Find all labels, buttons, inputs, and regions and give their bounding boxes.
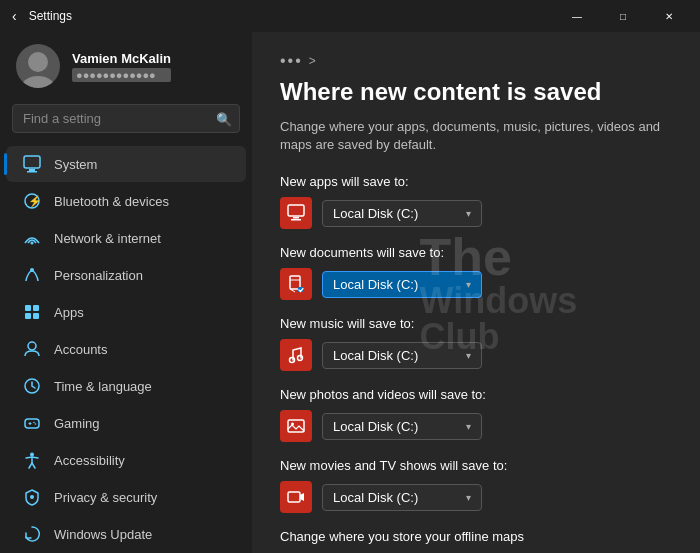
app-title: Settings xyxy=(29,9,72,23)
app-container: Vamien McKalin ●●●●●●●●●●●● 🔍 System xyxy=(0,32,700,553)
account-icon xyxy=(22,339,42,359)
svg-rect-11 xyxy=(25,313,31,319)
documents-dropdown[interactable]: Local Disk (C:) ▾ xyxy=(322,271,482,298)
movies-dropdown[interactable]: Local Disk (C:) ▾ xyxy=(322,484,482,511)
svg-rect-21 xyxy=(293,217,299,219)
sidebar-item-apps[interactable]: Apps xyxy=(6,294,246,330)
dropdown-arrow-photos: ▾ xyxy=(466,421,471,432)
svg-rect-29 xyxy=(288,492,300,502)
sidebar-item-accessibility[interactable]: Accessibility xyxy=(6,442,246,478)
dropdown-arrow-movies: ▾ xyxy=(466,492,471,503)
sidebar-label-system: System xyxy=(54,157,97,172)
gaming-icon xyxy=(22,413,42,433)
maximize-button[interactable]: □ xyxy=(600,0,646,32)
svg-rect-2 xyxy=(24,156,40,168)
content-area: The Windows Club ••• > Where new content… xyxy=(252,32,700,553)
save-row-photos: Local Disk (C:) ▾ xyxy=(280,410,672,442)
search-icon: 🔍 xyxy=(216,111,232,126)
window-controls: — □ ✕ xyxy=(554,0,692,32)
avatar xyxy=(16,44,60,88)
sidebar-item-network[interactable]: Network & internet xyxy=(6,220,246,256)
apps-dropdown-value: Local Disk (C:) xyxy=(333,206,418,221)
sidebar-label-apps: Apps xyxy=(54,305,84,320)
save-label-photos: New photos and videos will save to: xyxy=(280,387,672,402)
accessibility-icon xyxy=(22,450,42,470)
nav-list: System ⚡ Bluetooth & devices xyxy=(0,145,252,553)
photos-dropdown[interactable]: Local Disk (C:) ▾ xyxy=(322,413,482,440)
sidebar-item-gaming[interactable]: Gaming xyxy=(6,405,246,441)
dropdown-arrow-music: ▾ xyxy=(466,350,471,361)
music-dropdown-value: Local Disk (C:) xyxy=(333,348,418,363)
sidebar-item-personalization[interactable]: Personalization xyxy=(6,257,246,293)
sidebar-label-privacy: Privacy & security xyxy=(54,490,157,505)
svg-rect-23 xyxy=(290,276,300,289)
sidebar-label-update: Windows Update xyxy=(54,527,152,542)
save-section-apps: New apps will save to: Local Disk (C:) ▾ xyxy=(280,174,672,229)
user-info: Vamien McKalin ●●●●●●●●●●●● xyxy=(72,51,171,82)
dropdown-arrow-docs: ▾ xyxy=(466,279,471,290)
svg-point-25 xyxy=(290,358,295,363)
svg-point-18 xyxy=(30,453,34,457)
svg-rect-4 xyxy=(27,171,37,173)
sidebar-item-privacy[interactable]: Privacy & security xyxy=(6,479,246,515)
save-label-movies: New movies and TV shows will save to: xyxy=(280,458,672,473)
minimize-button[interactable]: — xyxy=(554,0,600,32)
sidebar-item-update[interactable]: Windows Update xyxy=(6,516,246,552)
search-input[interactable] xyxy=(12,104,240,133)
save-section-movies: New movies and TV shows will save to: Lo… xyxy=(280,458,672,513)
sidebar-label-gaming: Gaming xyxy=(54,416,100,431)
sidebar-label-personalization: Personalization xyxy=(54,268,143,283)
svg-point-16 xyxy=(33,422,35,424)
music-dropdown[interactable]: Local Disk (C:) ▾ xyxy=(322,342,482,369)
monitor-icon xyxy=(280,197,312,229)
sidebar-item-accounts[interactable]: Accounts xyxy=(6,331,246,367)
sidebar-label-accounts: Accounts xyxy=(54,342,107,357)
save-section-music: New music will save to: Local Disk (C:) … xyxy=(280,316,672,371)
close-button[interactable]: ✕ xyxy=(646,0,692,32)
sidebar-item-time[interactable]: Time & language xyxy=(6,368,246,404)
svg-point-13 xyxy=(28,342,36,350)
save-row-movies: Local Disk (C:) ▾ xyxy=(280,481,672,513)
svg-point-26 xyxy=(298,356,303,361)
user-section[interactable]: Vamien McKalin ●●●●●●●●●●●● xyxy=(0,32,252,104)
svg-rect-3 xyxy=(29,169,35,171)
svg-text:⚡: ⚡ xyxy=(28,194,41,208)
sidebar-label-time: Time & language xyxy=(54,379,152,394)
video-icon xyxy=(280,481,312,513)
sidebar-item-bluetooth[interactable]: ⚡ Bluetooth & devices xyxy=(6,183,246,219)
save-section-documents: New documents will save to: Local Disk (… xyxy=(280,245,672,300)
music-icon xyxy=(280,339,312,371)
page-description: Change where your apps, documents, music… xyxy=(280,118,672,154)
system-icon xyxy=(22,154,42,174)
sidebar-item-system[interactable]: System xyxy=(6,146,246,182)
image-icon xyxy=(280,410,312,442)
page-title: Where new content is saved xyxy=(280,78,672,106)
network-icon xyxy=(22,228,42,248)
save-row-music: Local Disk (C:) ▾ xyxy=(280,339,672,371)
save-row-documents: Local Disk (C:) ▾ xyxy=(280,268,672,300)
save-label-apps: New apps will save to: xyxy=(280,174,672,189)
bluetooth-icon: ⚡ xyxy=(22,191,42,211)
apps-dropdown[interactable]: Local Disk (C:) ▾ xyxy=(322,200,482,227)
save-row-apps: Local Disk (C:) ▾ xyxy=(280,197,672,229)
sidebar-label-network: Network & internet xyxy=(54,231,161,246)
search-box[interactable]: 🔍 xyxy=(12,104,240,133)
user-name: Vamien McKalin xyxy=(72,51,171,66)
sidebar-label-bluetooth: Bluetooth & devices xyxy=(54,194,169,209)
photos-dropdown-value: Local Disk (C:) xyxy=(333,419,418,434)
back-button[interactable]: ‹ xyxy=(8,4,21,28)
paint-icon xyxy=(22,265,42,285)
save-label-music: New music will save to: xyxy=(280,316,672,331)
apps-icon xyxy=(22,302,42,322)
save-section-maps: Change where you store your offline maps xyxy=(280,529,672,544)
svg-point-0 xyxy=(28,52,48,72)
svg-point-19 xyxy=(30,495,34,499)
svg-rect-12 xyxy=(33,313,39,319)
sidebar-label-accessibility: Accessibility xyxy=(54,453,125,468)
sidebar: Vamien McKalin ●●●●●●●●●●●● 🔍 System xyxy=(0,32,252,553)
svg-point-17 xyxy=(35,423,37,425)
svg-point-8 xyxy=(30,268,34,272)
svg-rect-22 xyxy=(291,219,301,221)
user-email: ●●●●●●●●●●●● xyxy=(72,68,171,82)
breadcrumb-dots: ••• xyxy=(280,52,303,70)
